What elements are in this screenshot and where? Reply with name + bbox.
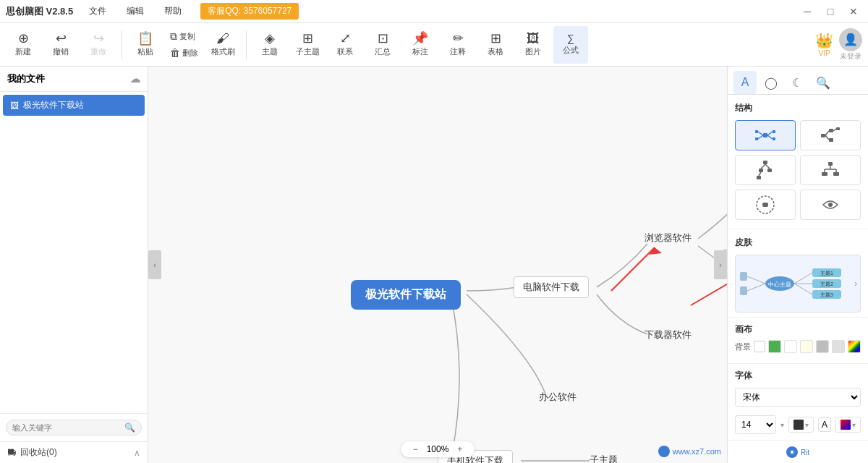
svg-rect-22	[759, 169, 763, 172]
chevron-down-icon: ▾	[780, 421, 784, 429]
panel-tab-text[interactable]: A	[733, 71, 757, 94]
zoom-in-button[interactable]: +	[454, 444, 465, 454]
bg-checkbox[interactable]	[754, 341, 765, 352]
recycle-bin[interactable]: ⛟ 回收站(0) ∧	[0, 441, 148, 463]
undo-button[interactable]: ↩ 撤销	[43, 26, 78, 64]
child-theme-icon: ⊞	[302, 32, 313, 45]
font-highlight-picker[interactable]: ▾	[835, 417, 861, 433]
office-software-text[interactable]: 办公软件	[539, 391, 576, 404]
table-button[interactable]: ⊞ 表格	[478, 26, 513, 64]
svg-rect-12	[755, 137, 758, 140]
cloud-upload-icon[interactable]: ☁	[130, 73, 140, 85]
svg-rect-4	[763, 133, 767, 137]
svg-line-16	[825, 135, 829, 140]
theme-icon: ◈	[265, 32, 275, 45]
svg-rect-26	[757, 176, 761, 179]
panel-tab-theme[interactable]: ☾	[786, 71, 809, 94]
search-icon[interactable]: 🔍	[124, 422, 135, 433]
main-content: 我的文件 ☁ 🖼 极光软件下载站 🔍 ⛟ 回收站(0) ∧	[0, 67, 868, 463]
maximize-button[interactable]: □	[822, 3, 839, 20]
svg-line-0	[611, 247, 655, 291]
logo-icon: ★	[786, 446, 798, 458]
skin-expand-icon[interactable]: ›	[854, 279, 857, 289]
color-swatch-rainbow[interactable]	[848, 340, 861, 353]
struct-left-button[interactable]	[735, 190, 796, 220]
zoom-out-button[interactable]: −	[410, 444, 421, 454]
panel-tab-search[interactable]: 🔍	[812, 71, 835, 94]
minimize-button[interactable]: ─	[799, 3, 816, 20]
bg-row: 背景	[735, 340, 861, 353]
image-button[interactable]: 🖼 图片	[516, 26, 550, 64]
format-brush-icon: 🖌	[216, 32, 229, 45]
center-node[interactable]: 极光软件下载站	[351, 280, 461, 310]
copy-delete-group: ⧉ 复制 🗑 删除	[166, 29, 203, 60]
chevron-down-icon-2: ▾	[805, 421, 809, 429]
color-swatch-white[interactable]	[784, 340, 797, 353]
menu-file[interactable]: 文件	[85, 2, 111, 20]
struct-right-button[interactable]	[800, 120, 861, 150]
note-button[interactable]: ✏ 注释	[441, 26, 475, 64]
zoom-level: 100%	[427, 444, 449, 454]
canvas-section: 画布 背景	[728, 317, 868, 363]
paste-icon: 📋	[137, 32, 153, 45]
svg-line-49	[747, 284, 765, 291]
format-brush-button[interactable]: 🖌 格式刷	[205, 26, 240, 64]
undo-icon: ↩	[56, 32, 67, 45]
panel-tabs: A ◯ ☾ 🔍	[728, 67, 868, 95]
file-item-aurora[interactable]: 🖼 极光软件下载站	[3, 95, 145, 116]
text-color-dot	[793, 420, 804, 430]
struct-down-button[interactable]	[735, 155, 796, 185]
font-title: 字体	[735, 370, 861, 382]
new-button[interactable]: ⊕ 新建	[6, 26, 41, 64]
delete-button[interactable]: 🗑 删除	[166, 46, 203, 60]
color-swatch-gray1[interactable]	[816, 340, 829, 353]
connect-button[interactable]: ⤢ 联系	[328, 26, 362, 64]
tree-structure-icon	[820, 160, 841, 180]
right-panel: A ◯ ☾ 🔍 结构	[727, 67, 868, 463]
bg-label-text: 背景	[735, 341, 751, 352]
skin-title: 皮肤	[735, 237, 861, 249]
skin-preview-svg: 中心主题 主题1 主题2 主题3	[740, 258, 856, 309]
table-icon: ⊞	[490, 32, 501, 45]
struct-org-button[interactable]	[800, 190, 861, 220]
struct-radial-button[interactable]	[735, 120, 796, 150]
font-family-select[interactable]: 宋体	[735, 388, 861, 407]
redo-button[interactable]: ↪ 重做	[81, 26, 116, 64]
left-collapse-button[interactable]: ‹	[148, 250, 161, 279]
text-color-picker[interactable]: ▾	[788, 417, 814, 433]
color-swatch-gray2[interactable]	[832, 340, 845, 353]
search-input[interactable]	[12, 423, 122, 432]
skin-preview[interactable]: 中心主题 主题1 主题2 主题3	[735, 255, 861, 313]
sub-theme-text[interactable]: 子主题	[590, 454, 618, 463]
close-button[interactable]: ✕	[845, 3, 862, 20]
child-theme-button[interactable]: ⊞ 子主题	[290, 26, 325, 64]
right-collapse-button[interactable]: ›	[714, 250, 727, 279]
summary-button[interactable]: ⊡ 汇总	[365, 26, 400, 64]
formula-button[interactable]: ∑ 公式	[553, 26, 588, 64]
user-area[interactable]: 👤 未登录	[839, 28, 862, 61]
svg-line-23	[765, 164, 770, 169]
mark-button[interactable]: 📌 标注	[403, 26, 438, 64]
downloader-software-text[interactable]: 下载器软件	[644, 328, 692, 341]
file-icon: 🖼	[10, 101, 19, 111]
canvas-area[interactable]: ‹ › 极光软件下载站 电脑软件下载 浏览器软件 360浏览器 谷歌浏览器 ▷ …	[148, 67, 727, 463]
browser-software-text[interactable]: 浏览器软件	[644, 232, 692, 245]
image-icon: 🖼	[527, 32, 540, 45]
customer-service-btn[interactable]: 客服QQ: 3576057727	[200, 3, 299, 20]
svg-rect-19	[836, 127, 840, 130]
menu-edit[interactable]: 编辑	[122, 2, 148, 20]
font-bold-btn[interactable]: A	[818, 417, 831, 432]
branch-1-node[interactable]: 电脑软件下载	[514, 276, 589, 298]
color-swatch-green[interactable]	[768, 340, 781, 353]
font-size-select[interactable]: 14	[735, 415, 776, 434]
svg-rect-17	[829, 138, 833, 142]
panel-tab-shape[interactable]: ◯	[760, 71, 783, 94]
struct-tree-button[interactable]	[800, 155, 861, 185]
paste-button[interactable]: 📋 粘贴	[128, 26, 163, 64]
theme-button[interactable]: ◈ 主题	[252, 26, 287, 64]
copy-button[interactable]: ⧉ 复制	[166, 29, 203, 44]
menu-help[interactable]: 帮助	[160, 2, 186, 20]
color-swatch-lightyellow[interactable]	[800, 340, 813, 353]
vip-button[interactable]: 👑 VIP	[815, 32, 833, 57]
delete-icon: 🗑	[170, 47, 180, 59]
